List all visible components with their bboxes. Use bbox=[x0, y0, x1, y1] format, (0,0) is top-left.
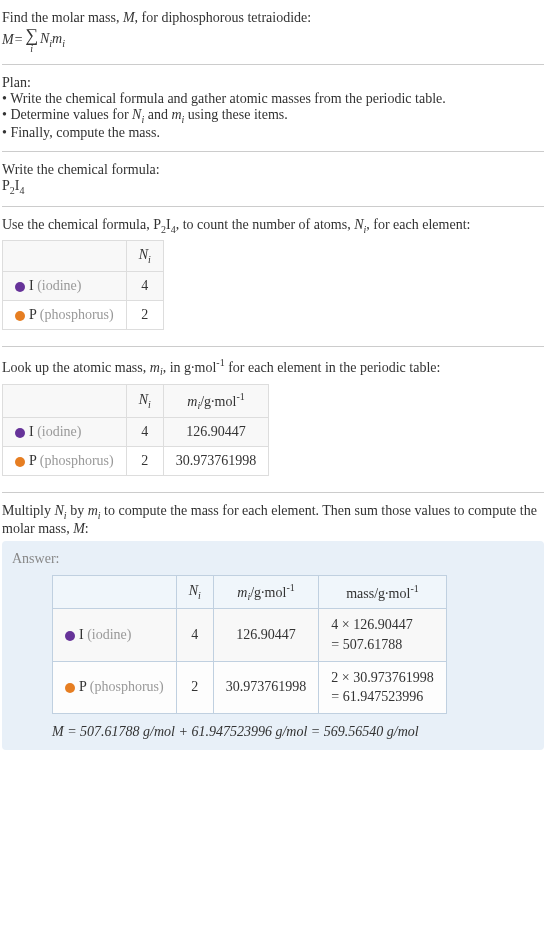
divider bbox=[2, 346, 544, 347]
chemical-formula: P2I4 bbox=[2, 178, 544, 196]
mass-calc-cell: 2 × 30.973761998= 61.947523996 bbox=[319, 661, 446, 713]
ni-header: Ni bbox=[126, 241, 163, 272]
empty-header bbox=[3, 384, 127, 417]
answer-table: Ni mi/g·mol-1 mass/g·mol-1 I (iodine) 4 … bbox=[52, 575, 447, 714]
formula-lhs: M bbox=[2, 32, 14, 48]
phosphorus-dot-icon bbox=[65, 683, 75, 693]
final-result: M = 507.61788 g/mol + 61.947523996 g/mol… bbox=[52, 724, 534, 740]
atomic-mass-table: Ni mi/g·mol-1 I (iodine) 4 126.90447 P (… bbox=[2, 384, 269, 476]
mi-cell: 30.973761998 bbox=[213, 661, 319, 713]
table-row: I (iodine) 4 bbox=[3, 272, 164, 301]
table-header-row: Ni mi/g·mol-1 bbox=[3, 384, 269, 417]
phosphorus-dot-icon bbox=[15, 457, 25, 467]
sigma-block: ∑ i bbox=[25, 26, 38, 54]
mass-header: mass/g·mol-1 bbox=[319, 575, 446, 608]
ni-header: Ni bbox=[176, 575, 213, 608]
intro-section: Find the molar mass, M, for diphosphorou… bbox=[2, 4, 544, 60]
table-header-row: Ni bbox=[3, 241, 164, 272]
element-cell: I (iodine) bbox=[3, 272, 127, 301]
plan-title: Plan: bbox=[2, 75, 544, 91]
count-cell: 2 bbox=[176, 661, 213, 713]
empty-header bbox=[53, 575, 177, 608]
count-cell: 4 bbox=[126, 418, 163, 447]
table-header-row: Ni mi/g·mol-1 mass/g·mol-1 bbox=[53, 575, 447, 608]
divider bbox=[2, 151, 544, 152]
step1-section: Write the chemical formula: P2I4 bbox=[2, 156, 544, 202]
iodine-dot-icon bbox=[65, 631, 75, 641]
mi-cell: 126.90447 bbox=[213, 609, 319, 661]
formula-mi: mi bbox=[52, 31, 65, 49]
table-row: P (phosphorus) 2 30.973761998 2 × 30.973… bbox=[53, 661, 447, 713]
iodine-dot-icon bbox=[15, 282, 25, 292]
mass-calc-cell: 4 × 126.90447= 507.61788 bbox=[319, 609, 446, 661]
divider bbox=[2, 206, 544, 207]
phosphorus-dot-icon bbox=[15, 311, 25, 321]
intro-text-end: , for diphosphorous tetraiodide: bbox=[135, 10, 312, 25]
mass-cell: 30.973761998 bbox=[163, 447, 269, 476]
intro-text: Find the molar mass, bbox=[2, 10, 123, 25]
step2-section: Use the chemical formula, P2I4, to count… bbox=[2, 211, 544, 343]
plan-section: Plan: • Write the chemical formula and g… bbox=[2, 69, 544, 147]
plan-bullet-1: • Write the chemical formula and gather … bbox=[2, 91, 544, 107]
step4-section: Multiply Ni by mi to compute the mass fo… bbox=[2, 497, 544, 756]
mi-header: mi/g·mol-1 bbox=[163, 384, 269, 417]
table-row: I (iodine) 4 126.90447 bbox=[3, 418, 269, 447]
table-row: I (iodine) 4 126.90447 4 × 126.90447= 50… bbox=[53, 609, 447, 661]
mi-header: mi/g·mol-1 bbox=[213, 575, 319, 608]
element-cell: P (phosphorus) bbox=[3, 447, 127, 476]
ni-header: Ni bbox=[126, 384, 163, 417]
intro-line: Find the molar mass, M, for diphosphorou… bbox=[2, 10, 544, 26]
divider bbox=[2, 64, 544, 65]
step4-text: Multiply Ni by mi to compute the mass fo… bbox=[2, 503, 544, 537]
mass-cell: 126.90447 bbox=[163, 418, 269, 447]
table-row: P (phosphorus) 2 bbox=[3, 301, 164, 330]
answer-box: Answer: Ni mi/g·mol-1 mass/g·mol-1 I (io… bbox=[2, 541, 544, 750]
count-cell: 2 bbox=[126, 447, 163, 476]
element-cell: P (phosphorus) bbox=[53, 661, 177, 713]
table-row: P (phosphorus) 2 30.973761998 bbox=[3, 447, 269, 476]
formula-eq: = bbox=[14, 32, 23, 48]
element-cell: I (iodine) bbox=[3, 418, 127, 447]
atom-count-table: Ni I (iodine) 4 P (phosphorus) 2 bbox=[2, 240, 164, 330]
var-m: M bbox=[123, 10, 135, 25]
element-cell: P (phosphorus) bbox=[3, 301, 127, 330]
plan-bullet-2: • Determine values for Ni and mi using t… bbox=[2, 107, 544, 125]
plan-bullet-3: • Finally, compute the mass. bbox=[2, 125, 544, 141]
count-cell: 4 bbox=[126, 272, 163, 301]
step1-title: Write the chemical formula: bbox=[2, 162, 544, 178]
sigma-icon: ∑ bbox=[25, 26, 38, 44]
step3-text: Look up the atomic mass, mi, in g·mol-1 … bbox=[2, 357, 544, 377]
count-cell: 2 bbox=[126, 301, 163, 330]
molar-mass-formula: M = ∑ i Ni mi bbox=[2, 26, 544, 54]
answer-label: Answer: bbox=[12, 551, 534, 567]
sigma-index: i bbox=[30, 44, 33, 54]
divider bbox=[2, 492, 544, 493]
step3-section: Look up the atomic mass, mi, in g·mol-1 … bbox=[2, 351, 544, 488]
formula-ni: Ni bbox=[40, 31, 52, 49]
step2-text: Use the chemical formula, P2I4, to count… bbox=[2, 217, 544, 235]
element-cell: I (iodine) bbox=[53, 609, 177, 661]
iodine-dot-icon bbox=[15, 428, 25, 438]
empty-header bbox=[3, 241, 127, 272]
count-cell: 4 bbox=[176, 609, 213, 661]
